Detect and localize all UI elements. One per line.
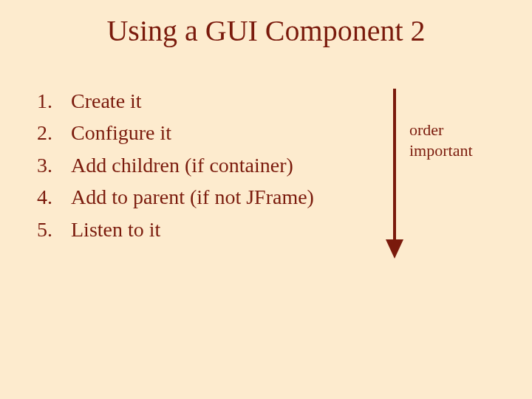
steps-list: 1. Create it 2. Configure it 3. Add chil… — [37, 85, 314, 245]
list-item-number: 5. — [37, 214, 71, 245]
list-item-number: 3. — [37, 149, 71, 181]
list-item-text: Create it — [71, 85, 142, 117]
list-item: 3. Add children (if container) — [37, 149, 314, 181]
list-item-text: Configure it — [71, 117, 171, 149]
list-item-text: Add to parent (if not JFrame) — [71, 181, 314, 213]
note-line: important — [409, 140, 473, 161]
list-item-number: 1. — [37, 85, 71, 117]
down-arrow-icon — [384, 89, 405, 259]
note-line: order — [409, 120, 473, 140]
list-item-number: 4. — [37, 181, 71, 213]
list-item: 1. Create it — [37, 85, 314, 117]
order-important-note: order important — [409, 120, 473, 160]
slide-title: Using a GUI Component 2 — [0, 13, 532, 48]
list-item: 5. Listen to it — [37, 214, 314, 245]
list-item-text: Add children (if container) — [71, 149, 293, 181]
list-item: 2. Configure it — [37, 117, 314, 149]
list-item-text: Listen to it — [71, 214, 160, 245]
list-item-number: 2. — [37, 117, 71, 149]
list-item: 4. Add to parent (if not JFrame) — [37, 181, 314, 213]
svg-marker-1 — [386, 239, 403, 259]
